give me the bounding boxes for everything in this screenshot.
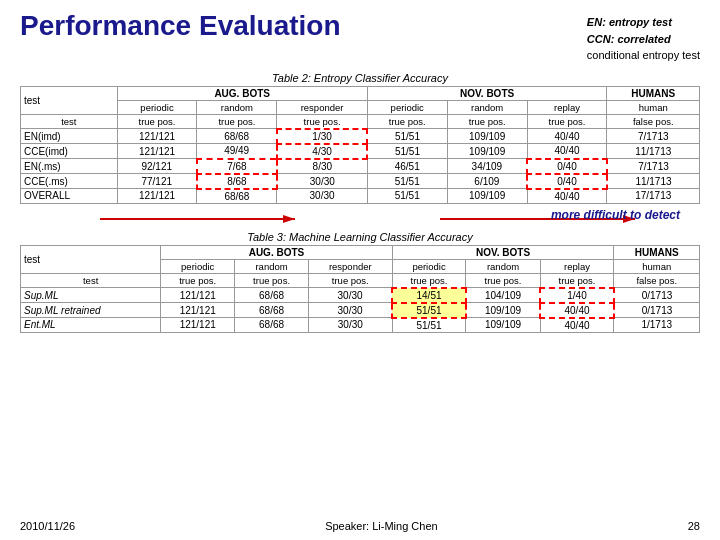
table2: test AUG. BOTS NOV. BOTS HUMANS periodic… xyxy=(20,86,700,204)
t2-r2-v5: 109/109 xyxy=(447,144,527,159)
t2-r5-v5: 109/109 xyxy=(447,189,527,204)
t2-r5-v1: 121/121 xyxy=(117,189,197,204)
t3-test-sub: test xyxy=(21,273,161,288)
t3-r3-v5: 109/109 xyxy=(466,318,540,333)
t2-r2-v2: 49/49 xyxy=(197,144,277,159)
t2-r1-v2: 68/68 xyxy=(197,129,277,144)
footer-page: 28 xyxy=(688,520,700,532)
t3-row2-label: Sup.ML retrained xyxy=(21,303,161,318)
table2-aug-header: AUG. BOTS xyxy=(117,86,367,100)
t2-r3-v4: 46/51 xyxy=(367,159,447,174)
t2-r4-v5: 6/109 xyxy=(447,174,527,189)
t2-row1-label: EN(imd) xyxy=(21,129,118,144)
t3-row1-label: Sup.ML xyxy=(21,288,161,303)
table3: test AUG. BOTS NOV. BOTS HUMANS periodic… xyxy=(20,245,700,333)
t3-sh-replay: replay xyxy=(540,259,614,273)
t2-r3-v2: 7/68 xyxy=(197,159,277,174)
t2-r4-v6: 0/40 xyxy=(527,174,607,189)
t2-tp6: true pos. xyxy=(527,114,607,129)
t2-row4-label: CCE(.ms) xyxy=(21,174,118,189)
t2-r4-v2: 8/68 xyxy=(197,174,277,189)
t2-r2-v1: 121/121 xyxy=(117,144,197,159)
t3-r2-v5: 109/109 xyxy=(466,303,540,318)
t2-row5-label: OVERALL xyxy=(21,189,118,204)
t3-tp4: true pos. xyxy=(392,273,466,288)
footer-date: 2010/11/26 xyxy=(20,520,75,532)
t3-r1-v5: 104/109 xyxy=(466,288,540,303)
t3-r3-v1: 121/121 xyxy=(161,318,235,333)
t3-sh-periodic1: periodic xyxy=(161,259,235,273)
t2-sh-periodic1: periodic xyxy=(117,100,197,114)
t3-r3-v6: 40/40 xyxy=(540,318,614,333)
table2-caption: Table 2: Entropy Classifier Accuracy xyxy=(20,72,700,84)
left-arrow xyxy=(100,212,300,226)
t2-test-sub: test xyxy=(21,114,118,129)
t2-r4-v4: 51/51 xyxy=(367,174,447,189)
t2-sh-periodic2: periodic xyxy=(367,100,447,114)
t3-r2-v7: 0/1713 xyxy=(614,303,700,318)
table-row: CCE(.ms) 77/121 8/68 30/30 51/51 6/109 0… xyxy=(21,174,700,189)
ccn-desc: correlated xyxy=(617,33,670,45)
t2-r1-v6: 40/40 xyxy=(527,129,607,144)
table-row: Sup.ML retrained 121/121 68/68 30/30 51/… xyxy=(21,303,700,318)
t2-r1-v7: 7/1713 xyxy=(607,129,700,144)
table-row: Ent.ML 121/121 68/68 30/30 51/51 109/109… xyxy=(21,318,700,333)
t2-r2-v7: 11/1713 xyxy=(607,144,700,159)
table-row: CCE(imd) 121/121 49/49 4/30 51/51 109/10… xyxy=(21,144,700,159)
table2-nov-header: NOV. BOTS xyxy=(367,86,607,100)
more-difficult-label: more difficult to detect xyxy=(551,208,690,222)
t2-sh-replay: replay xyxy=(527,100,607,114)
t2-r2-v4: 51/51 xyxy=(367,144,447,159)
t2-r1-v3: 1/30 xyxy=(277,129,367,144)
t3-r2-v3: 30/30 xyxy=(308,303,392,318)
t2-sh-human: human xyxy=(607,100,700,114)
table3-aug-header: AUG. BOTS xyxy=(161,245,392,259)
t3-tp2: true pos. xyxy=(235,273,309,288)
t3-r1-v2: 68/68 xyxy=(235,288,309,303)
page-title: Performance Evaluation xyxy=(20,10,341,42)
t3-sh-responder: responder xyxy=(308,259,392,273)
t2-r4-v1: 77/121 xyxy=(117,174,197,189)
t3-r2-v1: 121/121 xyxy=(161,303,235,318)
t3-r2-v2: 68/68 xyxy=(235,303,309,318)
t2-r5-v7: 17/1713 xyxy=(607,189,700,204)
t3-r1-v4: 14/51 xyxy=(392,288,466,303)
t3-r2-v4: 51/51 xyxy=(392,303,466,318)
t3-row3-label: Ent.ML xyxy=(21,318,161,333)
t2-sh-random2: random xyxy=(447,100,527,114)
t2-r2-v3: 4/30 xyxy=(277,144,367,159)
t2-row3-label: EN(.ms) xyxy=(21,159,118,174)
t3-r3-v2: 68/68 xyxy=(235,318,309,333)
t3-sh-periodic2: periodic xyxy=(392,259,466,273)
t2-r5-v2: 68/68 xyxy=(197,189,277,204)
t2-r1-v4: 51/51 xyxy=(367,129,447,144)
t3-tp1: true pos. xyxy=(161,273,235,288)
t2-tp5: true pos. xyxy=(447,114,527,129)
t2-r1-v5: 109/109 xyxy=(447,129,527,144)
ccn-desc2: conditional entropy test xyxy=(587,47,700,64)
table3-humans-header: HUMANS xyxy=(614,245,700,259)
t2-r3-v3: 8/30 xyxy=(277,159,367,174)
en-desc: entropy test xyxy=(609,16,672,28)
en-label: EN: xyxy=(587,16,606,28)
table3-nov-header: NOV. BOTS xyxy=(392,245,614,259)
t2-tp2: true pos. xyxy=(197,114,277,129)
t3-sh-random1: random xyxy=(235,259,309,273)
t3-r1-v7: 0/1713 xyxy=(614,288,700,303)
page: Performance Evaluation EN: entropy test … xyxy=(0,0,720,540)
t3-tp6: true pos. xyxy=(540,273,614,288)
table3-test-header: test xyxy=(21,245,161,273)
table-row: Sup.ML 121/121 68/68 30/30 14/51 104/109… xyxy=(21,288,700,303)
t2-tp1: true pos. xyxy=(117,114,197,129)
legend: EN: entropy test CCN: correlated conditi… xyxy=(587,10,700,64)
table2-humans-header: HUMANS xyxy=(607,86,700,100)
footer: 2010/11/26 Speaker: Li-Ming Chen 28 xyxy=(20,520,700,532)
header: Performance Evaluation EN: entropy test … xyxy=(20,10,700,64)
t2-r3-v6: 0/40 xyxy=(527,159,607,174)
table2-section: Table 2: Entropy Classifier Accuracy tes… xyxy=(20,72,700,204)
t3-sh-random2: random xyxy=(466,259,540,273)
t3-r3-v4: 51/51 xyxy=(392,318,466,333)
t3-tp5: true pos. xyxy=(466,273,540,288)
t3-fp1: false pos. xyxy=(614,273,700,288)
t2-fp1: false pos. xyxy=(607,114,700,129)
